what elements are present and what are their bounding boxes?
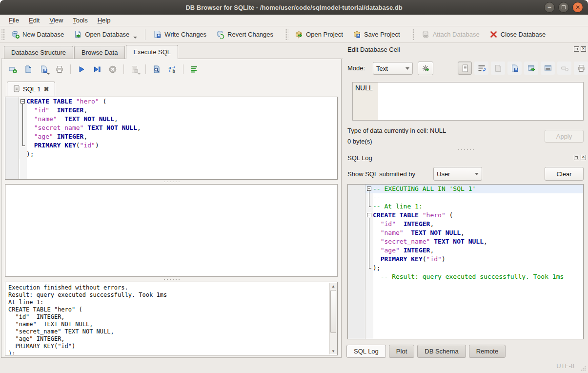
tab-browse-data[interactable]: Browse Data <box>74 46 125 59</box>
cell-toolbar <box>458 62 588 75</box>
results-grid[interactable] <box>5 184 338 277</box>
tab-plot[interactable]: Plot <box>389 345 414 358</box>
attach-database-button[interactable]: Attach Database <box>417 28 485 41</box>
app-window: DB Browser for SQLite - /home/user/code/… <box>0 0 588 373</box>
copy-link-button[interactable] <box>541 62 555 75</box>
export-cell-button[interactable] <box>507 62 522 75</box>
stop-button[interactable] <box>106 62 120 76</box>
open-in-app-button[interactable] <box>524 62 538 75</box>
open-project-button[interactable]: Open Project <box>290 28 348 41</box>
code-line: 3 "name" TEXT NOT NULL, <box>5 115 337 124</box>
menu-tools[interactable]: Tools <box>68 16 92 25</box>
dock-float-icon[interactable] <box>574 155 579 160</box>
scroll-up-icon[interactable]: ▲ <box>330 283 337 290</box>
execute-all-button[interactable] <box>75 62 88 76</box>
fold-marker-icon[interactable]: − <box>367 213 371 217</box>
splitter-handle[interactable] <box>5 278 338 281</box>
toolbar-handle[interactable] <box>412 29 415 40</box>
dock-close-icon[interactable] <box>581 46 586 52</box>
tab-remote[interactable]: Remote <box>469 345 506 358</box>
find-replace-button[interactable]: ab <box>165 62 179 76</box>
chevron-down-icon[interactable] <box>47 73 50 75</box>
menu-view[interactable]: View <box>44 16 68 25</box>
close-database-button[interactable]: Close Database <box>485 28 551 41</box>
new-database-icon <box>11 30 20 39</box>
revert-changes-button[interactable]: Revert Changes <box>211 28 278 41</box>
splitter-handle[interactable] <box>5 180 338 184</box>
format-sql-button[interactable] <box>187 62 201 76</box>
tab-database-structure[interactable]: Database Structure <box>4 46 73 59</box>
fold-marker-icon[interactable]: − <box>367 186 371 191</box>
open-sql-file-button[interactable] <box>21 62 35 76</box>
tab-execute-sql[interactable]: Execute SQL <box>126 45 178 59</box>
apply-mode-button[interactable] <box>418 62 433 75</box>
chevron-down-icon <box>138 73 141 75</box>
print-sql-button[interactable] <box>53 62 66 76</box>
splitter-handle[interactable] <box>347 148 584 151</box>
sql-doc-tabbar: SQL 1 ✖ <box>7 82 55 96</box>
save-sql-file-button[interactable] <box>37 62 51 76</box>
execute-all-icon <box>77 65 86 74</box>
menu-file[interactable]: File <box>4 16 24 25</box>
sql-log-view[interactable]: 1−-- EXECUTING ALL IN 'SQL 1'2--3-- At l… <box>347 184 584 339</box>
open-database-button[interactable]: Open Database <box>69 28 142 41</box>
minimize-icon[interactable]: – <box>544 2 555 13</box>
code-line: 4 "secret_name" TEXT NOT NULL, <box>5 124 337 132</box>
code-line: 10); <box>348 264 583 272</box>
print-cell-button[interactable] <box>574 62 588 75</box>
stop-icon <box>108 65 117 74</box>
tab-sql-log[interactable]: SQL Log <box>346 345 386 358</box>
mode-dropdown[interactable]: Text <box>373 62 413 75</box>
clear-button[interactable]: Clear <box>545 167 584 181</box>
scrollbar[interactable]: ▲ ▼ <box>329 283 337 354</box>
sql-doc-tab[interactable]: SQL 1 ✖ <box>7 82 55 96</box>
cell-value: NULL <box>355 84 373 92</box>
write-changes-button[interactable]: Write Changes <box>148 28 211 41</box>
save-sql-icon <box>40 65 48 74</box>
fold-marker-icon[interactable]: − <box>20 99 25 104</box>
execute-line-button[interactable] <box>90 62 104 76</box>
save-project-button[interactable]: Save Project <box>348 28 405 41</box>
dock-close-icon[interactable] <box>581 155 586 160</box>
menu-help[interactable]: Help <box>93 16 116 25</box>
execution-message: Execution finished without errors. Resul… <box>5 282 337 355</box>
word-wrap-button[interactable] <box>474 62 488 75</box>
tab-db-schema[interactable]: DB Schema <box>417 345 466 358</box>
sql-log-filter-dropdown[interactable]: User <box>433 167 482 181</box>
new-database-button[interactable]: New Database <box>6 28 69 41</box>
code-line: 7 "secret_name" TEXT NOT NULL, <box>348 237 583 246</box>
link-icon <box>544 64 552 73</box>
mode-label: Mode: <box>347 64 365 72</box>
new-sql-tab-button[interactable] <box>6 62 20 76</box>
code-line: 5 "id" INTEGER, <box>348 220 583 228</box>
chevron-down-icon[interactable] <box>133 37 137 39</box>
text-mode-button[interactable] <box>458 62 472 75</box>
toolbar-handle[interactable] <box>1 29 5 40</box>
code-line: 2 "id" INTEGER, <box>5 106 337 115</box>
execution-message-box[interactable]: Execution finished without errors. Resul… <box>5 282 338 355</box>
maximize-icon[interactable] <box>558 2 569 13</box>
import-cell-button[interactable] <box>491 62 505 75</box>
chevron-down-icon <box>406 67 409 70</box>
word-wrap-icon <box>477 64 486 73</box>
dock-float-icon[interactable] <box>574 46 579 52</box>
gear-icon <box>421 64 430 73</box>
toolbar-handle[interactable] <box>285 29 288 40</box>
save-results-button[interactable] <box>128 62 142 76</box>
apply-button[interactable]: Apply <box>545 130 584 143</box>
scrollbar-thumb[interactable] <box>330 290 336 333</box>
cell-value-editor[interactable]: NULL <box>352 82 584 121</box>
menu-edit[interactable]: Edit <box>24 16 44 25</box>
set-null-button[interactable] <box>557 62 571 75</box>
resize-grip[interactable] <box>580 365 586 371</box>
scroll-down-icon[interactable]: ▼ <box>330 348 337 354</box>
code-line: 4−CREATE TABLE "hero" ( <box>348 211 583 220</box>
find-button[interactable] <box>150 62 163 76</box>
close-icon[interactable]: ✕ <box>572 2 583 13</box>
close-tab-icon[interactable]: ✖ <box>43 85 49 93</box>
find-replace-icon: ab <box>168 65 177 74</box>
format-icon <box>190 65 199 74</box>
new-tab-icon <box>8 65 17 74</box>
sql-editor[interactable]: 1−CREATE TABLE "hero" (2 "id" INTEGER,3 … <box>5 97 338 180</box>
open-project-icon <box>295 30 303 39</box>
